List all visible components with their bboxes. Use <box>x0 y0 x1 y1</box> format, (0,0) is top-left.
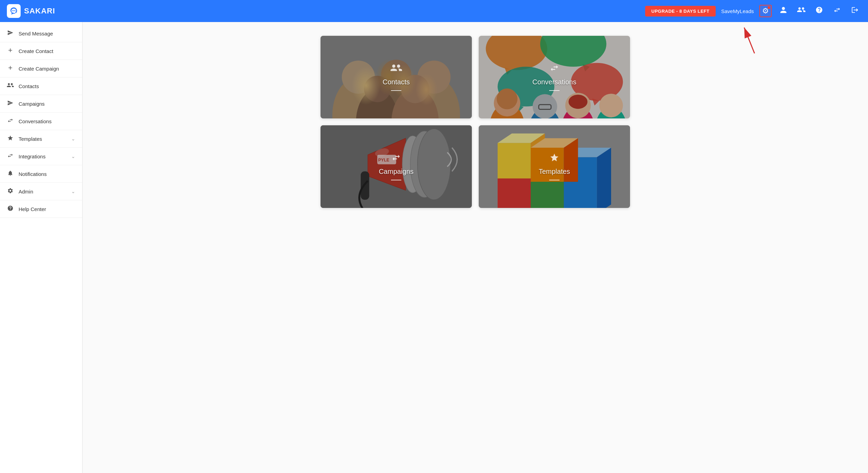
templates-icon <box>7 135 14 143</box>
templates-card-overlay: Templates <box>479 125 630 208</box>
integrations-icon <box>7 153 14 160</box>
templates-card-label: Templates <box>539 168 570 176</box>
conversations-icon <box>7 117 14 125</box>
campaigns-icon <box>7 100 14 107</box>
sidebar-item-integrations-label: Integrations <box>19 154 66 159</box>
help-center-icon <box>7 205 14 213</box>
campaigns-card[interactable]: PYLE Campaigns <box>321 125 472 208</box>
conversations-card-icon <box>549 63 560 75</box>
main-content: Contacts <box>83 22 868 473</box>
sidebar-item-send-message-label: Send Message <box>19 31 75 36</box>
sidebar-item-help-center[interactable]: Help Center <box>0 200 82 218</box>
people-icon <box>797 6 805 16</box>
logout-button[interactable] <box>849 5 861 17</box>
sidebar-item-create-campaign-label: Create Campaign <box>19 66 75 72</box>
integrations-chevron-icon: ⌄ <box>71 154 75 159</box>
gear-button[interactable]: ⚙ <box>759 5 772 17</box>
templates-card-underline <box>549 180 560 180</box>
campaigns-card-label: Campaigns <box>379 168 413 176</box>
logo-icon <box>7 4 21 18</box>
sidebar-item-notifications[interactable]: Notifications <box>0 165 82 183</box>
sidebar-item-help-center-label: Help Center <box>19 206 75 212</box>
campaigns-card-overlay: Campaigns <box>321 125 472 208</box>
logout-icon <box>851 6 859 16</box>
svg-point-2 <box>14 10 15 11</box>
sidebar-item-create-contact-label: Create Contact <box>19 48 75 54</box>
notification-dot <box>768 6 770 9</box>
upgrade-button[interactable]: UPGRADE - 8 DAYS LEFT <box>645 6 716 17</box>
admin-icon <box>7 188 14 195</box>
switch-icon <box>833 6 841 16</box>
admin-chevron-icon: ⌄ <box>71 189 75 194</box>
templates-chevron-icon: ⌄ <box>71 136 75 141</box>
header-actions: UPGRADE - 8 DAYS LEFT SaveMyLeads ⚙ <box>645 5 861 17</box>
header: SAKARI UPGRADE - 8 DAYS LEFT SaveMyLeads… <box>0 0 868 22</box>
notifications-icon <box>7 170 14 178</box>
profile-button[interactable] <box>777 5 790 17</box>
person-icon <box>780 6 787 16</box>
sidebar-item-send-message[interactable]: Send Message <box>0 25 82 42</box>
contacts-card-icon <box>390 63 402 75</box>
campaigns-card-icon <box>391 153 402 165</box>
team-button[interactable] <box>795 5 807 17</box>
sidebar-item-create-campaign[interactable]: Create Campaign <box>0 60 82 77</box>
sidebar-item-contacts-label: Contacts <box>19 83 75 89</box>
sidebar-item-notifications-label: Notifications <box>19 171 75 177</box>
create-contact-icon <box>7 47 14 55</box>
main-layout: Send Message Create Contact Create Campa… <box>0 22 868 473</box>
sidebar: Send Message Create Contact Create Campa… <box>0 22 83 473</box>
sidebar-item-contacts[interactable]: Contacts <box>0 77 82 95</box>
contacts-icon <box>7 82 14 90</box>
contacts-card-label: Contacts <box>383 78 410 86</box>
sidebar-item-create-contact[interactable]: Create Contact <box>0 42 82 60</box>
svg-point-1 <box>13 10 14 11</box>
conversations-card[interactable]: Conversations <box>479 36 630 118</box>
conversations-card-label: Conversations <box>532 78 576 86</box>
templates-card[interactable]: Templates <box>479 125 630 208</box>
logo[interactable]: SAKARI <box>7 4 89 18</box>
switch-button[interactable] <box>831 5 843 17</box>
help-icon <box>815 6 823 16</box>
sidebar-item-conversations-label: Conversations <box>19 118 75 124</box>
sidebar-item-admin-label: Admin <box>19 189 66 195</box>
sidebar-item-admin[interactable]: Admin ⌄ <box>0 183 82 200</box>
contacts-card[interactable]: Contacts <box>321 36 472 118</box>
logo-text: SAKARI <box>24 7 55 15</box>
sidebar-item-campaigns[interactable]: Campaigns <box>0 95 82 113</box>
sidebar-item-campaigns-label: Campaigns <box>19 101 75 107</box>
conversations-card-underline <box>549 90 560 91</box>
conversations-card-overlay: Conversations <box>479 36 630 118</box>
sidebar-item-integrations[interactable]: Integrations ⌄ <box>0 148 82 165</box>
sidebar-item-templates-label: Templates <box>19 136 66 142</box>
contacts-card-overlay: Contacts <box>321 36 472 118</box>
cards-grid: Contacts <box>321 36 630 208</box>
sidebar-item-templates[interactable]: Templates ⌄ <box>0 130 82 148</box>
save-my-leads-link[interactable]: SaveMyLeads <box>721 8 754 14</box>
sidebar-item-conversations[interactable]: Conversations <box>0 113 82 130</box>
svg-point-0 <box>12 10 13 11</box>
help-button[interactable] <box>813 5 825 17</box>
campaigns-card-underline <box>391 180 401 180</box>
send-message-icon <box>7 30 14 37</box>
templates-card-icon <box>549 153 560 165</box>
contacts-card-underline <box>391 90 401 91</box>
create-campaign-icon <box>7 65 14 72</box>
